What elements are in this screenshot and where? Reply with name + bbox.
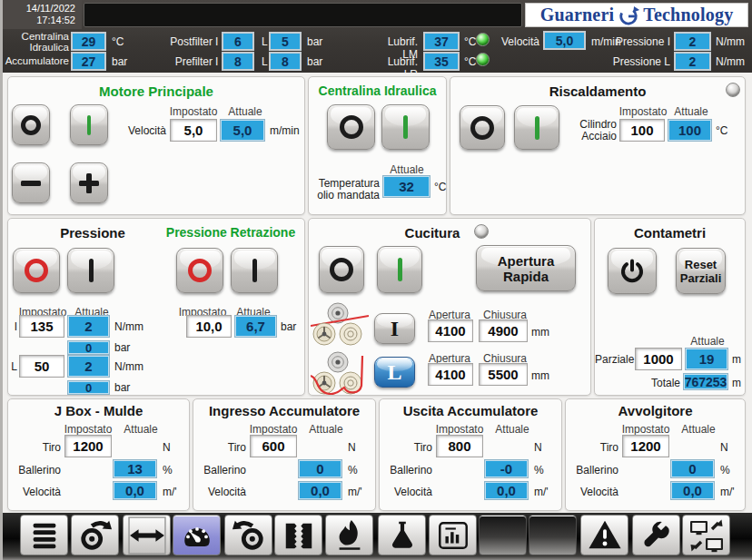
cilindro-acciaio-label: CilindroAcciaio: [562, 119, 617, 142]
apertura-i-field[interactable]: 4100: [428, 319, 473, 342]
width-adjust-button[interactable]: [123, 515, 171, 555]
alarm-button[interactable]: [580, 515, 628, 555]
motor-on-button[interactable]: [70, 104, 108, 145]
stitching-off-button[interactable]: [319, 246, 364, 293]
motor-off-button[interactable]: [12, 104, 50, 145]
flask-icon: [385, 518, 420, 553]
cylinder-temp-set-field[interactable]: 100: [619, 119, 665, 142]
accumulatore-value: 27: [71, 52, 106, 71]
dashboard-button[interactable]: [173, 515, 221, 555]
pressure-l-unit: N/mm: [114, 360, 143, 373]
flame-icon: [332, 518, 367, 553]
pressione-l-unit: N/mm: [716, 55, 745, 68]
hydraulic-off-button[interactable]: [327, 104, 375, 150]
col-attuale: Attuale: [685, 335, 730, 348]
postfilter-i-value: 6: [222, 32, 254, 51]
pressure-i-act-field: 2: [67, 315, 110, 338]
panel-cucitura: Cucitura AperturaRapida I Apertura Chius…: [308, 218, 591, 396]
speed-decrease-button[interactable]: [12, 162, 50, 203]
heating-on-button[interactable]: [514, 105, 559, 150]
ballerino-unit: %: [720, 464, 730, 476]
tiro-set-field[interactable]: 600: [250, 435, 297, 457]
splice-button[interactable]: [274, 515, 322, 555]
pressure-off-button[interactable]: [13, 248, 60, 293]
unwinder-icon: [78, 518, 113, 553]
panel-contametri: Contametri ResetParziali Attuale Parzial…: [594, 218, 746, 396]
stitch-mode-i-button[interactable]: I: [374, 313, 415, 344]
ballerino-unit: %: [163, 464, 173, 476]
minus-icon: [20, 172, 42, 194]
logo-word-right: Technology: [643, 5, 733, 25]
pressure-i-set-field[interactable]: 135: [19, 315, 64, 338]
oil-temp-label: Temperaturaolio mandata: [312, 178, 380, 201]
parziale-act-field: 19: [685, 348, 728, 370]
report-button[interactable]: [429, 515, 477, 555]
bar-chart-icon: [436, 518, 470, 553]
panel-title: Motore Principale: [8, 84, 304, 99]
reset-parziali-label: ResetParziali: [680, 258, 722, 285]
postfilter-i-label: I: [215, 35, 218, 48]
chiusura-i-field[interactable]: 4900: [479, 319, 528, 342]
pressure-l-set-field[interactable]: 50: [19, 355, 64, 378]
retraction-set-field[interactable]: 10,0: [186, 315, 232, 338]
accumulatore-unit: bar: [112, 55, 127, 68]
panel-uscita-accumulatore: Uscita Accumulatore Impostato Attuale Ti…: [379, 398, 562, 511]
stitching-on-button[interactable]: [377, 246, 422, 293]
retraction-on-button[interactable]: [231, 248, 278, 293]
velocita-row-label: Velocità: [121, 124, 166, 137]
flame-button[interactable]: [325, 515, 373, 555]
apertura-l-field[interactable]: 4100: [428, 363, 473, 386]
prefilter-i-label: I: [215, 55, 218, 68]
retraction-off-button[interactable]: [176, 248, 223, 293]
pressure-l-bar-unit: bar: [114, 381, 130, 394]
ballerino-label: Ballerino: [15, 464, 61, 476]
pressure-on-button[interactable]: [67, 248, 114, 293]
web-path-i-icon: [311, 302, 369, 346]
heating-status-led: [726, 83, 740, 97]
pressione-retrazione-title: Pressione Retrazione: [155, 225, 306, 240]
blank-slot: [529, 515, 577, 555]
lubrif-lm-led: [476, 33, 490, 46]
message-bar: [84, 3, 522, 27]
on-bar-icon: [89, 259, 94, 282]
stitch-mode-l-button[interactable]: L: [374, 357, 415, 388]
tiro-label: Tiro: [573, 441, 618, 454]
pressure-l-bar-act-field: 0: [67, 380, 110, 395]
pressure-l-act-field: 2: [67, 355, 110, 378]
reset-parziali-button[interactable]: ResetParziali: [676, 248, 726, 294]
winder-button[interactable]: [224, 515, 272, 555]
menu-button[interactable]: [20, 515, 68, 555]
col-impostato: Impostato: [63, 423, 114, 436]
oil-temp-unit: °C: [434, 181, 446, 193]
logo-word-left: Guarneri: [540, 5, 615, 25]
off-ring-icon: [340, 115, 363, 139]
brand-logo: Guarneri Technology: [525, 3, 748, 27]
off-ring-icon: [25, 259, 48, 282]
heating-off-button[interactable]: [460, 105, 505, 150]
velocita-unit: m/': [534, 486, 549, 498]
splice-icon: [282, 518, 316, 553]
oil-temp-act-field: 32: [382, 175, 430, 198]
retraction-unit: bar: [281, 320, 296, 333]
chiusura-l-field[interactable]: 5500: [479, 363, 528, 386]
tiro-set-field[interactable]: 1200: [622, 435, 669, 457]
parziale-set-field[interactable]: 1000: [635, 348, 682, 370]
prefilter-i-value: 8: [222, 52, 254, 71]
hydraulic-on-button[interactable]: [381, 104, 430, 150]
panel-title: Contametri: [595, 225, 745, 241]
lubrif-lm-unit: °C: [464, 35, 476, 48]
speed-increase-button[interactable]: [70, 162, 108, 203]
lubrif-lr-unit: °C: [464, 55, 476, 68]
cylinder-temp-unit: °C: [716, 124, 727, 137]
tiro-set-field[interactable]: 800: [436, 435, 483, 457]
screen-switch-button[interactable]: [682, 515, 730, 555]
settings-button[interactable]: [632, 515, 680, 555]
speed-set-field[interactable]: 5,0: [170, 119, 217, 142]
meter-counter-power-button[interactable]: [608, 248, 657, 294]
apertura-rapida-button[interactable]: AperturaRapida: [476, 245, 576, 291]
lab-button[interactable]: [378, 515, 426, 555]
unwinder-button[interactable]: [71, 515, 119, 555]
velocita-act-field: 0,0: [484, 481, 529, 500]
retraction-act-field: 6,7: [234, 315, 277, 338]
tiro-set-field[interactable]: 1200: [64, 435, 112, 457]
